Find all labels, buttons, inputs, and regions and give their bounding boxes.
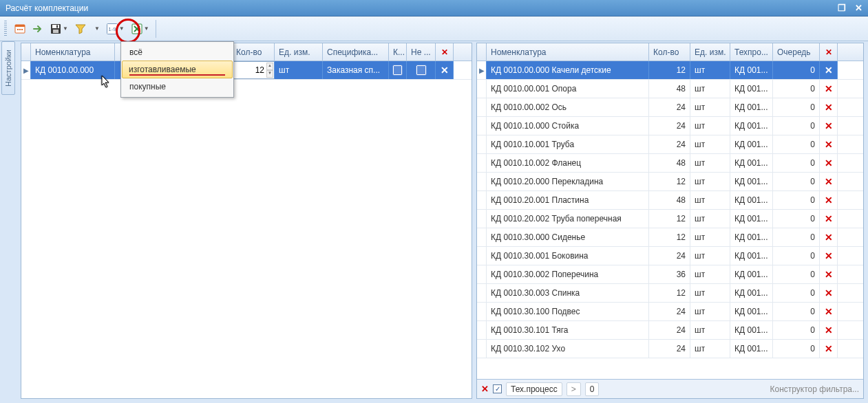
row-delete-button[interactable]: ✕ <box>436 61 454 79</box>
cell-ne[interactable] <box>407 61 436 79</box>
row-delete-button[interactable]: ✕ <box>820 303 838 320</box>
cell-queue[interactable]: 0 <box>773 321 820 339</box>
table-row[interactable]: КД 0010.10.001 Труба24штКД 001...0✕ <box>477 135 863 154</box>
col-k[interactable]: К... <box>389 43 407 61</box>
table-row[interactable]: КД 0010.00.001 Опора48штКД 001...0✕ <box>477 80 863 98</box>
cell-queue[interactable]: 0 <box>773 247 820 265</box>
cell-unit[interactable]: шт <box>690 98 730 116</box>
dropdown-item-1[interactable]: изготавливаемые <box>122 61 233 78</box>
cell-unit[interactable]: шт <box>690 191 730 209</box>
cell-queue[interactable]: 0 <box>773 135 820 153</box>
filter-operator-chip[interactable]: > <box>567 382 581 396</box>
table-row[interactable]: КД 0010.30.000 Сиденье12штКД 001...0✕ <box>477 228 863 247</box>
group-19-button[interactable]: 1-9 ▼ <box>104 19 127 39</box>
row-delete-button[interactable]: ✕ <box>820 228 838 246</box>
cell-queue[interactable]: 0 <box>773 154 820 172</box>
group-dropdown-arrow[interactable]: ▼ <box>119 25 125 32</box>
cell-queue[interactable]: 0 <box>773 284 820 302</box>
table-row[interactable]: КД 0010.30.102 Ухо24штКД 001...0✕ <box>477 340 863 358</box>
row-delete-button[interactable]: ✕ <box>820 191 838 209</box>
table-row[interactable]: КД 0010.30.002 Поперечина36штКД 001...0✕ <box>477 265 863 284</box>
cell-tech[interactable]: КД 001... <box>730 303 773 320</box>
filter-column-chip[interactable]: Тех.процесс <box>506 382 562 396</box>
cell-nomenclature[interactable]: КД 0010.30.101 Тяга <box>487 321 649 339</box>
cell-qty[interactable]: 24 <box>649 321 690 339</box>
cell-unit[interactable]: шт <box>690 154 730 172</box>
cell-unit[interactable]: шт <box>690 340 730 358</box>
cell-qty[interactable]: 48 <box>649 191 690 209</box>
row-delete-button[interactable]: ✕ <box>820 117 838 135</box>
next-button[interactable] <box>30 19 46 39</box>
filter-enabled-checkbox[interactable]: ✓ <box>493 384 502 393</box>
cell-unit[interactable]: шт <box>690 321 730 339</box>
calendar-button[interactable] <box>12 19 28 39</box>
row-delete-button[interactable]: ✕ <box>820 321 838 339</box>
filter-dropdown-button[interactable]: ▼ <box>90 19 103 39</box>
table-row[interactable]: КД 0010.30.100 Подвес24штКД 001...0✕ <box>477 303 863 321</box>
cell-nomenclature[interactable]: КД 0010.30.003 Спинка <box>487 284 649 302</box>
cell-nomenclature[interactable]: КД 0010.10.001 Труба <box>487 135 649 153</box>
cell-unit[interactable]: шт <box>690 210 730 228</box>
col-unit[interactable]: Ед. изм. <box>275 43 323 61</box>
row-delete-button[interactable]: ✕ <box>820 154 838 172</box>
cell-tech[interactable]: КД 001... <box>730 228 773 246</box>
cell-nomenclature[interactable]: КД 0010.10.002 Фланец <box>487 154 649 172</box>
cell-qty[interactable]: 36 <box>649 265 690 283</box>
cell-tech[interactable]: КД 001... <box>730 340 773 358</box>
cell-tech[interactable]: КД 001... <box>730 247 773 265</box>
dropdown-item-2[interactable]: покупные <box>123 78 232 96</box>
cell-nomenclature[interactable]: КД 0010.30.102 Ухо <box>487 340 649 358</box>
cell-nomenclature[interactable]: КД 0010.20.002 Труба поперечная <box>487 210 649 228</box>
row-delete-button[interactable]: ✕ <box>820 284 838 302</box>
qty-editor[interactable]: ▲▼ <box>232 61 275 79</box>
cell-queue[interactable]: 0 <box>773 303 820 320</box>
table-row[interactable]: КД 0010.30.003 Спинка12штКД 001...0✕ <box>477 284 863 303</box>
table-row[interactable]: КД 0010.20.002 Труба поперечная12штКД 00… <box>477 210 863 228</box>
toolbar-grip[interactable] <box>4 21 7 37</box>
cell-unit[interactable]: шт <box>690 61 730 79</box>
cell-queue[interactable]: 0 <box>773 265 820 283</box>
cell-unit[interactable]: шт <box>690 303 730 320</box>
cell-nomenclature[interactable]: КД 0010.10.000 Стойка <box>487 117 649 135</box>
row-delete-button[interactable]: ✕ <box>820 61 838 79</box>
col-tech[interactable]: Техпро... <box>730 43 773 61</box>
cell-unit[interactable]: шт <box>690 247 730 265</box>
excel-export-button[interactable]: ▼ <box>129 19 152 39</box>
cell-tech[interactable]: КД 001... <box>730 135 773 153</box>
cell-nomenclature[interactable]: КД 0010.30.001 Боковина <box>487 247 649 265</box>
cell-nomenclature[interactable]: КД 0010.30.000 Сиденье <box>487 228 649 246</box>
table-row[interactable]: КД 0010.30.101 Тяга24штКД 001...0✕ <box>477 321 863 340</box>
col-qty[interactable]: Кол-во <box>649 43 690 61</box>
cell-tech[interactable]: КД 001... <box>730 117 773 135</box>
spin-down[interactable]: ▼ <box>266 70 273 78</box>
cell-qty[interactable]: 24 <box>649 117 690 135</box>
window-restore-button[interactable]: ❐ <box>838 3 846 13</box>
cell-tech[interactable]: КД 001... <box>730 210 773 228</box>
cell-qty[interactable]: 12 <box>649 228 690 246</box>
cell-tech[interactable]: КД 001... <box>730 98 773 116</box>
row-delete-button[interactable]: ✕ <box>820 98 838 116</box>
cell-unit[interactable]: шт <box>690 173 730 190</box>
cell-queue[interactable]: 0 <box>773 340 820 358</box>
delete-all-button[interactable]: ✕ <box>436 43 454 61</box>
table-row[interactable]: ▶КД 0010.00.000 Качели детские12штКД 001… <box>477 61 863 80</box>
cell-nomenclature[interactable]: КД 0010.00.001 Опора <box>487 80 649 98</box>
cell-unit[interactable]: шт <box>690 284 730 302</box>
cell-nomenclature[interactable]: КД 0010.30.002 Поперечина <box>487 265 649 283</box>
filter-close-button[interactable]: ✕ <box>481 384 489 394</box>
cell-queue[interactable]: 0 <box>773 210 820 228</box>
cell-nomenclature[interactable]: КД 0010.20.001 Пластина <box>487 191 649 209</box>
cell-tech[interactable]: КД 001... <box>730 191 773 209</box>
filter-constructor-link[interactable]: Конструктор фильтра... <box>770 384 860 394</box>
cell-unit[interactable]: шт <box>690 80 730 98</box>
cell-tech[interactable]: КД 001... <box>730 173 773 190</box>
row-delete-button[interactable]: ✕ <box>820 135 838 153</box>
cell-qty[interactable]: 12 <box>649 173 690 190</box>
excel-dropdown-arrow[interactable]: ▼ <box>144 25 149 32</box>
col-queue[interactable]: Очередь <box>773 43 820 61</box>
cell-nomenclature[interactable]: КД 0010.00.000 <box>31 61 115 79</box>
right-grid-body[interactable]: ▶КД 0010.00.000 Качели детские12штКД 001… <box>477 61 863 379</box>
table-row[interactable]: КД 0010.10.002 Фланец48штКД 001...0✕ <box>477 154 863 173</box>
table-row[interactable]: КД 0010.20.001 Пластина48штКД 001...0✕ <box>477 191 863 210</box>
cell-nomenclature[interactable]: КД 0010.00.002 Ось <box>487 98 649 116</box>
